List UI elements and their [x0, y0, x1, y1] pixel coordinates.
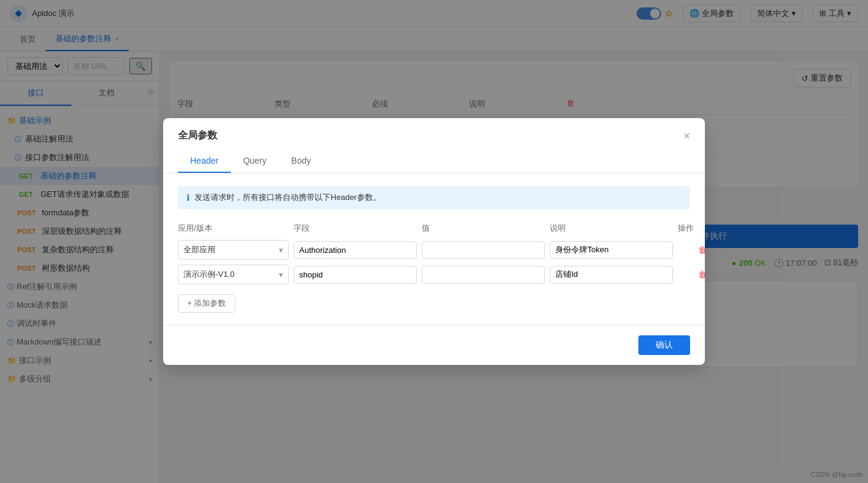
chevron-icon-2: ▾ — [279, 270, 283, 279]
field-input-1[interactable] — [294, 241, 417, 259]
modal-title: 全局参数 — [178, 129, 217, 142]
modal-body: ℹ 发送请求时，所有接口将自动携带以下Header参数。 应用/版本 字段 值 … — [163, 174, 705, 325]
modal-dialog: 全局参数 × Header Query Body ℹ 发送请求时，所有接口将自动… — [163, 118, 705, 365]
modal-footer: 确认 — [163, 325, 705, 365]
modal-tab-body[interactable]: Body — [279, 150, 323, 173]
modal-overlay[interactable]: 全局参数 × Header Query Body ℹ 发送请求时，所有接口将自动… — [0, 0, 868, 483]
app-select-1[interactable]: 全部应用 ▾ — [178, 240, 289, 260]
app-select-2[interactable]: 演示示例-V1.0 ▾ — [178, 265, 289, 284]
confirm-btn[interactable]: 确认 — [638, 335, 690, 355]
modal-param-row-1: 全部应用 ▾ 🗑 — [178, 240, 690, 260]
modal-tab-query[interactable]: Query — [231, 150, 279, 173]
delete-row-1-btn[interactable]: 🗑 — [678, 245, 705, 255]
modal-tab-header[interactable]: Header — [178, 150, 231, 173]
value-input-2[interactable] — [422, 266, 545, 284]
modal-close-btn[interactable]: × — [683, 130, 690, 142]
value-input-1[interactable] — [422, 241, 545, 259]
modal-tabs: Header Query Body — [163, 150, 705, 174]
modal-add-param-btn[interactable]: + 添加参数 — [178, 294, 235, 313]
field-input-2[interactable] — [294, 266, 417, 284]
delete-row-2-btn[interactable]: 🗑 — [678, 269, 705, 279]
modal-header: 全局参数 × — [163, 118, 705, 142]
modal-col-headers: 应用/版本 字段 值 说明 操作 — [178, 219, 690, 238]
modal-param-row-2: 演示示例-V1.0 ▾ 🗑 — [178, 265, 690, 284]
chevron-icon-1: ▾ — [279, 245, 283, 255]
info-icon: ℹ — [187, 193, 190, 202]
note-input-1[interactable] — [550, 241, 673, 259]
note-input-2[interactable] — [550, 266, 673, 284]
info-banner: ℹ 发送请求时，所有接口将自动携带以下Header参数。 — [178, 186, 690, 209]
